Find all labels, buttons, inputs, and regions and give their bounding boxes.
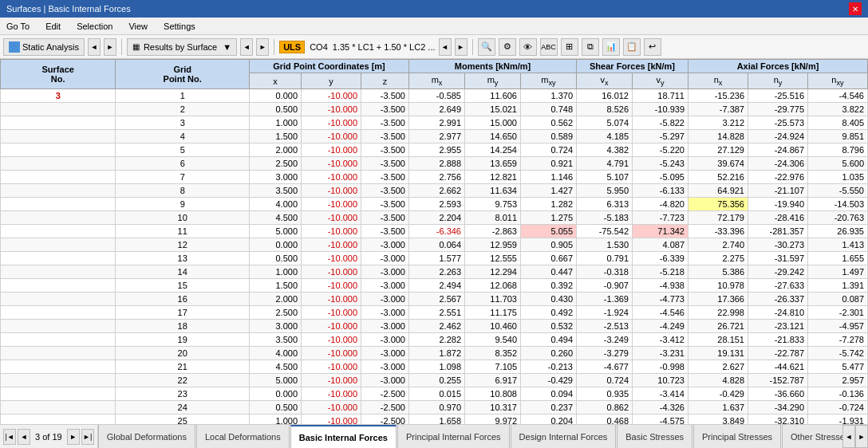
- table-row: 310.000-10.000-3.500-0.58511.6061.37016.…: [1, 89, 868, 103]
- table-cell: 0.087: [808, 293, 868, 306]
- next-page-btn[interactable]: ►: [67, 429, 80, 445]
- table-cell: 3: [1, 89, 116, 103]
- table-cell: -0.429: [688, 387, 748, 401]
- table-cell: 2.204: [409, 211, 465, 225]
- table-cell: 0.000: [250, 387, 302, 401]
- filter-btn[interactable]: 🔍: [478, 38, 495, 56]
- table-cell: -10.000: [302, 171, 361, 184]
- col-vx: vx: [577, 73, 633, 89]
- table-cell: 24: [116, 401, 250, 415]
- dropdown-arrow: ▼: [223, 42, 231, 52]
- prev-surface-btn[interactable]: ◄: [240, 38, 253, 56]
- tab-scroll-left[interactable]: ◄: [842, 425, 855, 448]
- help-btn[interactable]: ↩: [644, 38, 661, 56]
- table-cell: -25.573: [748, 116, 808, 130]
- tab-principal-internal[interactable]: Principal Internal Forces: [397, 425, 510, 448]
- col-surface-no: SurfaceNo.: [1, 60, 116, 89]
- table-cell: -7.723: [633, 211, 688, 225]
- export-btn1[interactable]: 📊: [602, 38, 620, 56]
- tab-principal-stresses[interactable]: Principal Stresses: [693, 425, 781, 448]
- table-cell: 5.950: [577, 184, 633, 198]
- table-cell: 18: [116, 320, 250, 333]
- table-cell: [1, 320, 116, 333]
- table-cell: 27.129: [688, 143, 748, 157]
- table-cell: 0.015: [409, 387, 465, 401]
- abc-btn[interactable]: ABC: [540, 38, 558, 56]
- tab-scroll-right[interactable]: ►: [855, 425, 868, 448]
- table-row: 151.500-10.000-3.0002.49412.0680.392-0.9…: [1, 279, 868, 293]
- table-cell: [1, 333, 116, 347]
- table-cell: 0.000: [250, 89, 302, 103]
- table-btn[interactable]: ⊞: [561, 38, 578, 56]
- prev-analysis-btn[interactable]: ◄: [88, 38, 101, 56]
- menu-edit[interactable]: Edit: [42, 21, 64, 32]
- table-cell: [1, 279, 116, 293]
- table-cell: [1, 387, 116, 401]
- status-bar: |◄ ◄ 3 of 19 ► ►| Global DeformationsLoc…: [0, 424, 868, 448]
- table-cell: 28.151: [688, 333, 748, 347]
- table-cell: -25.516: [748, 89, 808, 103]
- table-cell: -1.931: [808, 415, 868, 424]
- col-x: x: [250, 73, 302, 89]
- table-cell: -3.500: [361, 116, 409, 130]
- tab-other-stresses[interactable]: Other Stresses: [782, 425, 842, 448]
- tab-basic-stresses[interactable]: Basic Stresses: [617, 425, 692, 448]
- table-cell: 2.593: [409, 198, 465, 211]
- tab-global-def[interactable]: Global Deformations: [98, 425, 195, 448]
- table-cell: 21: [116, 360, 250, 374]
- table-cell: 0.562: [521, 116, 577, 130]
- table-cell: 0.064: [409, 238, 465, 252]
- table-cell: [1, 143, 116, 157]
- tab-basic-internal[interactable]: Basic Internal Forces: [290, 425, 397, 448]
- first-page-btn[interactable]: |◄: [3, 429, 16, 445]
- settings-btn[interactable]: ⚙: [499, 38, 516, 56]
- table-cell: -0.585: [409, 89, 465, 103]
- tab-design-internal[interactable]: Design Internal Forces: [511, 425, 617, 448]
- results-by-surface-dropdown[interactable]: ▦ Results by Surface ▼: [127, 38, 237, 56]
- table-cell: 11.175: [465, 306, 521, 320]
- table-cell: -2.863: [465, 225, 521, 238]
- table-cell: 16: [116, 293, 250, 306]
- close-button[interactable]: ✕: [849, 2, 862, 15]
- table-cell: 2.662: [409, 184, 465, 198]
- menu-selection[interactable]: Selection: [73, 21, 116, 32]
- table-cell: -3.249: [577, 333, 633, 347]
- last-page-btn[interactable]: ►|: [81, 429, 94, 445]
- export-btn2[interactable]: 📋: [623, 38, 641, 56]
- table-cell: 15.021: [465, 103, 521, 116]
- table-cell: 9.753: [465, 198, 521, 211]
- menu-view[interactable]: View: [125, 21, 151, 32]
- table-cell: -4.249: [633, 320, 688, 333]
- view-btn[interactable]: 👁: [519, 38, 537, 56]
- table-cell: [1, 347, 116, 360]
- table-row: 130.500-10.000-3.0001.57712.5550.6670.79…: [1, 252, 868, 265]
- next-analysis-btn[interactable]: ►: [104, 38, 116, 56]
- prev-combo-btn[interactable]: ◄: [439, 38, 452, 56]
- tab-local-def[interactable]: Local Deformations: [196, 425, 290, 448]
- menu-goto[interactable]: Go To: [3, 21, 33, 32]
- col-group-shear: Shear Forces [kN/m]: [577, 60, 688, 73]
- table-cell: 1.098: [409, 360, 465, 374]
- table-cell: -28.416: [748, 211, 808, 225]
- table-cell: -22.787: [748, 347, 808, 360]
- table-cell: [1, 184, 116, 198]
- next-surface-btn[interactable]: ►: [256, 38, 269, 56]
- copy-btn[interactable]: ⧉: [582, 38, 599, 56]
- table-cell: [1, 238, 116, 252]
- table-cell: -44.621: [748, 360, 808, 374]
- next-combo-btn[interactable]: ►: [455, 38, 468, 56]
- table-cell: -3.279: [577, 347, 633, 360]
- table-cell: [1, 374, 116, 387]
- table-cell: 0.492: [521, 306, 577, 320]
- table-cell: 4.500: [250, 360, 302, 374]
- table-cell: -3.500: [361, 157, 409, 171]
- prev-page-btn[interactable]: ◄: [18, 429, 30, 445]
- table-cell: 12.068: [465, 279, 521, 293]
- menu-settings[interactable]: Settings: [160, 21, 199, 32]
- table-cell: -0.136: [808, 387, 868, 401]
- table-cell: -26.337: [748, 293, 808, 306]
- static-analysis-dropdown[interactable]: Static Analysis: [3, 38, 85, 56]
- table-cell: 1.872: [409, 347, 465, 360]
- table-cell: 11: [116, 225, 250, 238]
- table-cell: -1.924: [577, 306, 633, 320]
